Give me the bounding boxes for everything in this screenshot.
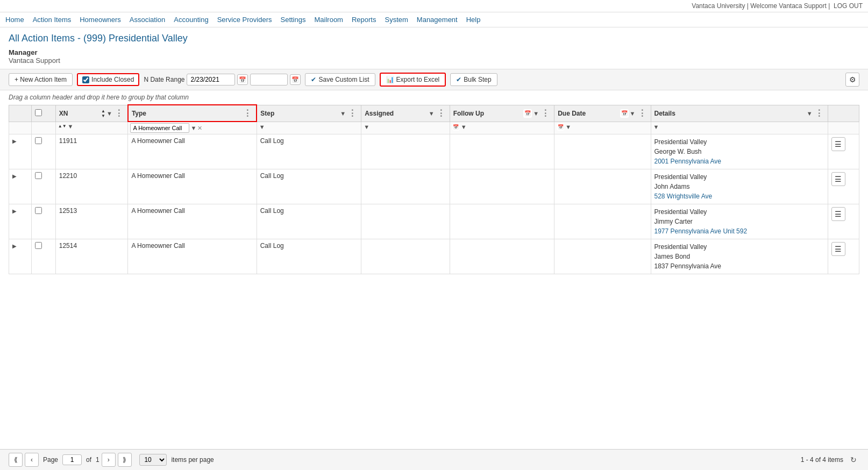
row-expand-3[interactable]: ▶ <box>9 239 32 274</box>
details-column-menu[interactable]: ⋮ <box>814 108 824 118</box>
duedate-filter-cal[interactable]: 📅 <box>557 123 564 131</box>
expand-arrow-1[interactable]: ▶ <box>12 173 17 179</box>
calendar-from-icon[interactable]: 📅 <box>237 74 248 85</box>
row-check-0[interactable] <box>31 134 55 169</box>
date-to-input[interactable] <box>250 74 288 86</box>
xn-filter-sort[interactable]: ▲▼ <box>58 124 67 129</box>
nav-item-accounting[interactable]: Accounting <box>174 16 208 24</box>
th-assigned: Assigned ▼ ⋮ <box>361 105 450 122</box>
manager-name: Vantaca Support <box>9 56 859 65</box>
details-addr-3: 1837 Pennsylvania Ave <box>654 261 824 271</box>
row-checkbox-2[interactable] <box>35 207 42 214</box>
bulk-step-check-icon: ✔ <box>456 76 461 83</box>
nav-item-service-providers[interactable]: Service Providers <box>217 16 272 24</box>
logout-link[interactable]: LOG OUT <box>834 2 863 10</box>
th-expand <box>9 105 32 122</box>
assigned-column-menu[interactable]: ⋮ <box>436 108 446 118</box>
nav-item-homeowners[interactable]: Homeowners <box>80 16 121 24</box>
row-expand-2[interactable]: ▶ <box>9 204 32 239</box>
type-filter-clear[interactable]: ✕ <box>197 125 202 132</box>
manager-section: Manager Vantaca Support <box>0 46 868 69</box>
followup-filter-icon[interactable]: ▼ <box>533 110 539 117</box>
details-name-3: James Bond <box>654 252 824 261</box>
type-filter-funnel[interactable]: ▼ <box>190 125 196 131</box>
table-row: ▶ 12513 A Homeowner Call Call Log Presid… <box>9 204 859 239</box>
duedate-cal-icon[interactable]: 📅 <box>620 109 629 118</box>
calendar-to-icon[interactable]: 📅 <box>290 74 301 85</box>
nav-item-mailroom[interactable]: Mailroom <box>314 16 343 24</box>
duedate-column-menu[interactable]: ⋮ <box>637 108 648 118</box>
row-duedate-0 <box>554 134 651 169</box>
row-checkbox-1[interactable] <box>35 172 42 179</box>
xn-filter-icon[interactable]: ▼ <box>106 110 112 117</box>
nav-item-system[interactable]: System <box>385 16 408 24</box>
row-menu-2[interactable]: ☰ <box>828 204 859 239</box>
expand-arrow-3[interactable]: ▶ <box>12 243 17 249</box>
row-checkbox-0[interactable] <box>35 137 42 144</box>
expand-arrow-0[interactable]: ▶ <box>12 138 17 144</box>
row-menu-button-0[interactable]: ☰ <box>831 137 845 151</box>
nav-item-management[interactable]: Management <box>417 16 458 24</box>
step-column-menu[interactable]: ⋮ <box>347 108 358 118</box>
select-all-checkbox[interactable] <box>35 109 42 116</box>
nav-item-association[interactable]: Association <box>130 16 165 24</box>
nav-item-settings[interactable]: Settings <box>281 16 306 24</box>
th-step-label: Step <box>260 110 274 117</box>
duedate-filter-funnel2[interactable]: ▼ <box>565 124 571 130</box>
include-closed-label[interactable]: Include Closed <box>91 76 134 83</box>
assigned-filter-icon[interactable]: ▼ <box>429 110 435 117</box>
step-filter-icon[interactable]: ▼ <box>340 110 346 117</box>
assigned-filter-funnel[interactable]: ▼ <box>364 124 369 130</box>
date-range-label: N Date Range <box>144 76 184 83</box>
nav-item-action-items[interactable]: Action Items <box>33 16 72 24</box>
row-menu-button-3[interactable]: ☰ <box>831 242 845 256</box>
details-addr-1[interactable]: 528 Wrightsville Ave <box>654 191 824 201</box>
row-menu-button-1[interactable]: ☰ <box>831 172 845 186</box>
details-addr-0[interactable]: 2001 Pennsylvania Ave <box>654 156 824 166</box>
row-expand-1[interactable]: ▶ <box>9 169 32 204</box>
nav-item-home[interactable]: Home <box>5 16 24 24</box>
export-to-excel-button[interactable]: 📊 Export to Excel <box>380 73 446 87</box>
row-xn-3: 12514 <box>55 239 128 274</box>
row-menu-0[interactable]: ☰ <box>828 134 859 169</box>
type-filter-input[interactable] <box>130 123 189 133</box>
topbar: Vantaca University | Welcome Vantaca Sup… <box>0 0 868 12</box>
bulk-step-button[interactable]: ✔ Bulk Step <box>450 73 497 86</box>
row-check-1[interactable] <box>31 169 55 204</box>
date-from-input[interactable] <box>187 74 235 86</box>
row-menu-button-2[interactable]: ☰ <box>831 207 845 221</box>
save-custom-list-button[interactable]: ✔ Save Custom List <box>305 73 375 86</box>
th-xn: XN ▲▼ ▼ ⋮ <box>55 105 128 122</box>
row-check-2[interactable] <box>31 204 55 239</box>
type-column-menu[interactable]: ⋮ <box>242 108 253 118</box>
new-action-item-button[interactable]: + New Action Item <box>9 73 73 86</box>
xn-sort-icons[interactable]: ▲▼ <box>101 109 105 118</box>
nav-item-reports[interactable]: Reports <box>352 16 376 24</box>
details-addr-2[interactable]: 1977 Pennsylvania Ave Unit 592 <box>654 226 824 236</box>
details-filter-funnel[interactable]: ▼ <box>653 124 659 130</box>
include-closed-checkbox[interactable] <box>82 76 89 83</box>
page-title-prefix: All Action Items - <box>9 33 83 44</box>
th-row-menu <box>828 105 859 122</box>
row-check-3[interactable] <box>31 239 55 274</box>
row-expand-0[interactable]: ▶ <box>9 134 32 169</box>
expand-arrow-2[interactable]: ▶ <box>12 208 17 214</box>
nav-item-help[interactable]: Help <box>466 16 481 24</box>
row-menu-1[interactable]: ☰ <box>828 169 859 204</box>
duedate-filter-icon[interactable]: ▼ <box>630 110 636 117</box>
xn-column-menu[interactable]: ⋮ <box>113 108 124 118</box>
step-filter-funnel[interactable]: ▼ <box>259 124 265 130</box>
followup-filter-funnel2[interactable]: ▼ <box>461 124 467 130</box>
details-assoc-2: Presidential Valley <box>654 207 824 217</box>
th-details-label: Details <box>654 110 675 117</box>
details-filter-icon[interactable]: ▼ <box>807 110 813 117</box>
followup-filter-cal[interactable]: 📅 <box>452 123 460 131</box>
table-header-row: XN ▲▼ ▼ ⋮ Type ⋮ <box>9 105 859 122</box>
followup-cal-icon[interactable]: 📅 <box>523 109 532 118</box>
followup-column-menu[interactable]: ⋮ <box>540 108 551 118</box>
row-type-3: A Homeowner Call <box>128 239 257 274</box>
xn-filter-funnel[interactable]: ▼ <box>68 123 74 130</box>
settings-gear-icon[interactable]: ⚙ <box>845 73 859 87</box>
row-menu-3[interactable]: ☰ <box>828 239 859 274</box>
row-checkbox-3[interactable] <box>35 242 42 249</box>
